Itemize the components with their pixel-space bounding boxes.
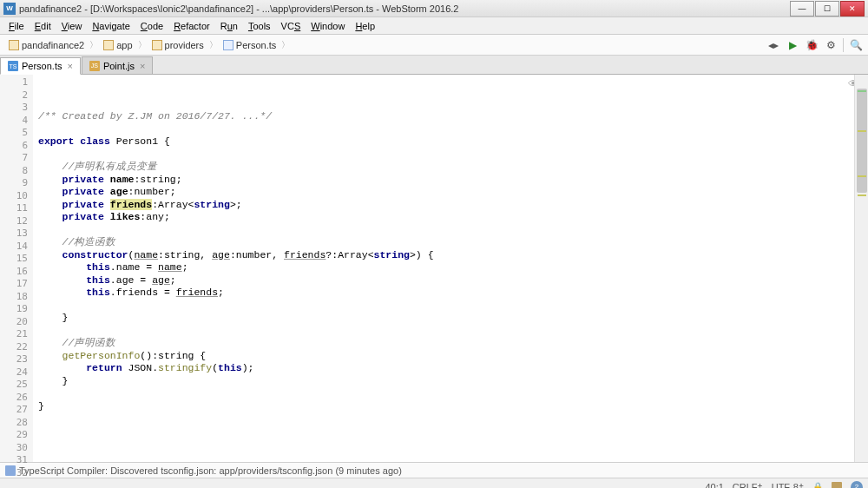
menu-edit[interactable]: Edit (30, 19, 56, 33)
breadcrumb-providers[interactable]: providers (148, 39, 207, 51)
breadcrumb-project[interactable]: pandafinance2 (5, 39, 88, 51)
menu-vcs[interactable]: VCS (276, 19, 306, 33)
menu-help[interactable]: Help (350, 19, 380, 33)
window-controls: — ☐ ✕ (790, 1, 865, 16)
tab-person-ts[interactable]: TS Person.ts × (0, 57, 81, 75)
folder-icon (152, 40, 162, 50)
separator (843, 38, 844, 52)
tab-label: Point.js (103, 61, 135, 71)
menu-bar: File Edit View Navigate Code Refactor Ru… (0, 17, 868, 35)
search-button[interactable]: 🔍 (849, 38, 863, 52)
tab-point-js[interactable]: JS Point.js × (82, 56, 154, 74)
menu-code[interactable]: Code (135, 19, 168, 33)
window-titlebar: W pandafinance2 - [D:\Workspaces\Ionic2\… (0, 0, 868, 17)
breadcrumb-file[interactable]: Person.ts (220, 39, 279, 51)
js-file-icon: JS (89, 61, 100, 71)
menu-navigate[interactable]: Navigate (87, 19, 135, 33)
close-tab-icon[interactable]: × (67, 61, 72, 71)
close-tab-icon[interactable]: × (140, 61, 145, 71)
code-area[interactable]: 👁 /** Created by Z.JM on 2016/7/27. ...*… (33, 75, 868, 462)
menu-file[interactable]: File (3, 19, 30, 33)
folder-icon (103, 40, 114, 50)
nav-back-button[interactable]: ◂▸ (766, 38, 780, 52)
menu-refactor[interactable]: Refactor (168, 19, 215, 33)
menu-run[interactable]: Run (215, 19, 243, 33)
window-title: pandafinance2 - [D:\Workspaces\Ionic2\pa… (19, 3, 790, 14)
run-button[interactable]: ▶ (786, 38, 799, 52)
breadcrumb-separator: 〉 (209, 39, 218, 51)
scroll-marker (858, 90, 866, 92)
breadcrumb-separator: 〉 (89, 39, 98, 51)
scroll-thumb[interactable] (857, 89, 867, 193)
scroll-marker (858, 195, 866, 196)
breadcrumb-app[interactable]: app (100, 39, 135, 51)
scroll-marker (858, 130, 866, 132)
folder-icon (9, 40, 19, 50)
breadcrumb-separator: 〉 (138, 39, 147, 51)
debug-button[interactable]: 🐞 (805, 38, 819, 52)
navigation-bar: pandafinance2 〉 app 〉 providers 〉 Person… (0, 35, 868, 56)
menu-tools[interactable]: Tools (243, 19, 276, 33)
maximize-button[interactable]: ☐ (815, 1, 839, 16)
file-icon (223, 40, 233, 50)
line-gutter: 1234567891011121314151617181920212223242… (0, 75, 33, 462)
scroll-marker (858, 175, 866, 177)
settings-button[interactable]: ⚙ (824, 38, 838, 52)
app-icon: W (3, 3, 16, 15)
vertical-scrollbar[interactable] (854, 75, 868, 462)
editor[interactable]: 1234567891011121314151617181920212223242… (0, 75, 868, 462)
menu-view[interactable]: View (56, 19, 88, 33)
ts-file-icon: TS (8, 61, 18, 71)
editor-tabs: TS Person.ts × JS Point.js × (0, 56, 868, 75)
minimize-button[interactable]: — (790, 1, 814, 16)
menu-window[interactable]: Window (306, 19, 350, 33)
breadcrumb-separator: 〉 (281, 39, 290, 51)
tab-label: Person.ts (22, 61, 62, 71)
close-button[interactable]: ✕ (840, 1, 865, 16)
